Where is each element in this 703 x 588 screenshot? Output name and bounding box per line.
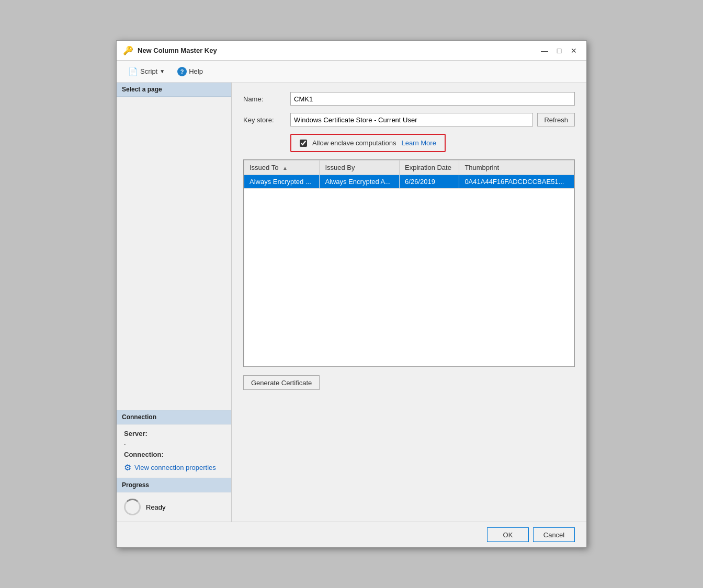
ready-label: Ready — [146, 503, 166, 511]
table-spacer — [244, 189, 574, 366]
footer: OK Cancel — [117, 522, 586, 547]
cell-thumbprint: 0A41A44F16FADCDCCBAE51... — [459, 175, 574, 189]
window-title: New Column Master Key — [138, 47, 217, 54]
sort-arrow-issued-to: ▲ — [282, 165, 288, 171]
col-issued-to[interactable]: Issued To ▲ — [244, 160, 320, 175]
script-button[interactable]: 📄 Script ▼ — [125, 65, 168, 78]
keystore-select[interactable]: Windows Certificate Store - Current User… — [290, 113, 533, 126]
select-page-label: Select a page — [122, 86, 162, 93]
progress-spinner — [124, 499, 141, 515]
title-bar: 🔑 New Column Master Key — □ ✕ — [117, 41, 586, 61]
cert-table-wrap: Issued To ▲ Issued By Expiration Date Th… — [243, 159, 575, 367]
generate-certificate-button[interactable]: Generate Certificate — [243, 375, 320, 390]
connection-details: Server: . Connection: ⚙ View connection … — [117, 424, 231, 478]
col-thumbprint-label: Thumbprint — [464, 164, 499, 171]
keystore-row: Key store: Windows Certificate Store - C… — [243, 113, 575, 126]
cell-issued-by: Always Encrypted A... — [320, 175, 400, 189]
learn-more-link[interactable]: Learn More — [401, 139, 436, 147]
sidebar-content — [117, 97, 231, 410]
col-issued-by-label: Issued By — [325, 164, 355, 171]
connection-icon: ⚙ — [124, 463, 131, 472]
enclave-checkbox[interactable] — [300, 140, 307, 147]
keystore-select-wrap: Windows Certificate Store - Current User… — [290, 113, 575, 126]
help-label: Help — [189, 67, 203, 75]
name-input[interactable] — [290, 92, 575, 106]
script-label: Script — [140, 67, 157, 75]
cancel-button[interactable]: Cancel — [533, 527, 575, 542]
server-label: Server: — [124, 430, 224, 437]
progress-content: Ready — [117, 492, 231, 522]
progress-section: Progress Ready — [117, 478, 231, 522]
keystore-label: Key store: — [243, 116, 290, 124]
col-issued-to-label: Issued To — [250, 164, 278, 171]
help-button[interactable]: ? Help — [174, 65, 206, 78]
cell-issued-to: Always Encrypted ... — [244, 175, 320, 189]
close-button[interactable]: ✕ — [568, 45, 580, 56]
server-value: . — [124, 439, 224, 446]
cert-table-header: Issued To ▲ Issued By Expiration Date Th… — [244, 160, 574, 175]
name-row: Name: — [243, 92, 575, 106]
connection-section: Connection Server: . Connection: ⚙ View … — [117, 410, 231, 478]
maximize-button[interactable]: □ — [553, 45, 565, 56]
body: Select a page Connection Server: . Conne… — [117, 83, 586, 522]
name-label: Name: — [243, 95, 290, 103]
select-page-section: Select a page — [117, 83, 231, 97]
cert-table-body: Always Encrypted ... Always Encrypted A.… — [244, 175, 574, 366]
refresh-button[interactable]: Refresh — [537, 113, 575, 126]
cert-table-header-row: Issued To ▲ Issued By Expiration Date Th… — [244, 160, 574, 175]
col-thumbprint[interactable]: Thumbprint — [459, 160, 574, 175]
minimize-button[interactable]: — — [538, 45, 551, 56]
progress-label: Progress — [122, 481, 149, 489]
script-icon: 📄 — [128, 67, 138, 76]
main-window: 🔑 New Column Master Key — □ ✕ 📄 Script ▼… — [116, 40, 587, 548]
connection-label2: Connection: — [124, 451, 224, 458]
connection-label: Connection — [122, 413, 156, 421]
window-icon: 🔑 — [123, 45, 133, 55]
sidebar: Select a page Connection Server: . Conne… — [117, 83, 232, 522]
view-properties-label: View connection properties — [134, 464, 216, 471]
progress-section-label: Progress — [117, 478, 231, 492]
cell-exp-date: 6/26/2019 — [400, 175, 459, 189]
table-spacer-cell — [244, 189, 574, 366]
help-icon: ? — [177, 67, 187, 76]
enclave-label: Allow enclave computations — [312, 139, 396, 147]
toolbar: 📄 Script ▼ ? Help — [117, 61, 586, 83]
cert-table: Issued To ▲ Issued By Expiration Date Th… — [244, 160, 574, 366]
enclave-box: Allow enclave computations Learn More — [290, 134, 446, 152]
title-controls: — □ ✕ — [538, 45, 580, 56]
view-properties-link[interactable]: ⚙ View connection properties — [124, 463, 224, 472]
col-expiration-date[interactable]: Expiration Date — [400, 160, 459, 175]
table-row[interactable]: Always Encrypted ... Always Encrypted A.… — [244, 175, 574, 189]
connection-section-label: Connection — [117, 410, 231, 424]
col-exp-date-label: Expiration Date — [405, 164, 451, 171]
title-bar-left: 🔑 New Column Master Key — [123, 45, 217, 55]
main-content: Name: Key store: Windows Certificate Sto… — [232, 83, 586, 522]
col-issued-by[interactable]: Issued By — [320, 160, 400, 175]
ok-button[interactable]: OK — [487, 527, 529, 542]
script-dropdown-arrow: ▼ — [160, 68, 165, 74]
